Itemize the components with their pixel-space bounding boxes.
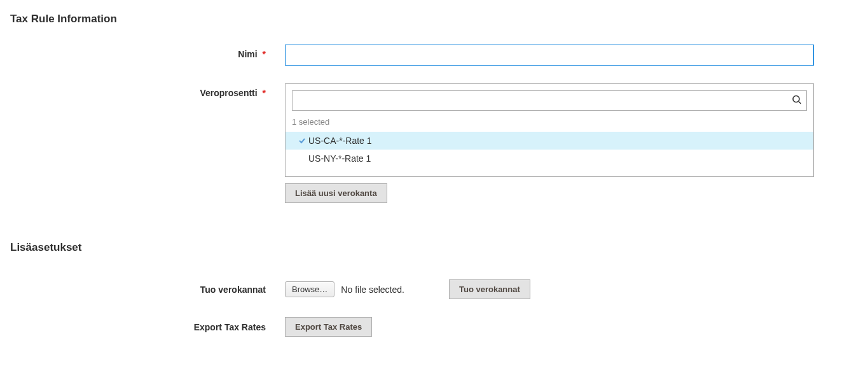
- import-control: Browse… No file selected. Tuo verokannat: [285, 279, 814, 299]
- tax-rate-option[interactable]: US-CA-*-Rate 1: [286, 132, 813, 150]
- import-tax-rates-button[interactable]: Tuo verokannat: [449, 279, 530, 299]
- row-name: Nimi *: [10, 45, 858, 66]
- add-new-tax-rate-button[interactable]: Lisää uusi verokanta: [285, 183, 387, 203]
- tax-rate-control: 1 selected US-CA-*-Rate 1 US-NY-*-Rate 1: [285, 83, 814, 203]
- label-name: Nimi *: [10, 45, 285, 59]
- required-star-icon: *: [263, 88, 266, 98]
- export-tax-rates-button[interactable]: Export Tax Rates: [285, 317, 372, 337]
- row-import: Tuo verokannat Browse… No file selected.…: [10, 279, 858, 299]
- no-file-text: No file selected.: [341, 285, 404, 295]
- tax-rate-selected-count: 1 selected: [286, 117, 813, 132]
- name-control: [285, 45, 814, 66]
- section-tax-rule-info: Tax Rule Information Nimi * Veroprosentt…: [10, 13, 858, 203]
- tax-rate-option-label: US-NY-*-Rate 1: [308, 153, 371, 164]
- export-control: Export Tax Rates: [285, 317, 814, 337]
- label-export-text: Export Tax Rates: [194, 322, 266, 332]
- label-export: Export Tax Rates: [10, 322, 285, 332]
- label-tax-rate-text: Veroprosentti: [200, 88, 257, 98]
- import-button-wrap: Tuo verokannat: [449, 279, 530, 299]
- section-title-additional: Lisäasetukset: [10, 241, 858, 254]
- multiselect-spacer: [286, 167, 813, 176]
- tax-rate-option-label: US-CA-*-Rate 1: [308, 136, 372, 146]
- tax-rate-search-input[interactable]: [292, 90, 807, 111]
- label-import-text: Tuo verokannat: [200, 285, 266, 295]
- browse-button[interactable]: Browse…: [285, 281, 334, 297]
- label-tax-rate: Veroprosentti *: [10, 83, 285, 98]
- required-star-icon: *: [263, 49, 266, 59]
- name-input[interactable]: [285, 45, 814, 66]
- row-export: Export Tax Rates Export Tax Rates: [10, 317, 858, 337]
- section-additional-settings: Lisäasetukset Tuo verokannat Browse… No …: [10, 241, 858, 337]
- tax-rate-multiselect: 1 selected US-CA-*-Rate 1 US-NY-*-Rate 1: [285, 83, 814, 177]
- row-tax-rate: Veroprosentti * 1 selected: [10, 83, 858, 203]
- tax-rate-option[interactable]: US-NY-*-Rate 1: [286, 150, 813, 167]
- tax-rate-search-wrap: [286, 84, 813, 117]
- section-title-tax-rule: Tax Rule Information: [10, 13, 858, 25]
- label-name-text: Nimi: [238, 49, 257, 59]
- label-import: Tuo verokannat: [10, 285, 285, 295]
- tax-rate-option-list: US-CA-*-Rate 1 US-NY-*-Rate 1: [286, 132, 813, 167]
- check-icon: [298, 137, 307, 144]
